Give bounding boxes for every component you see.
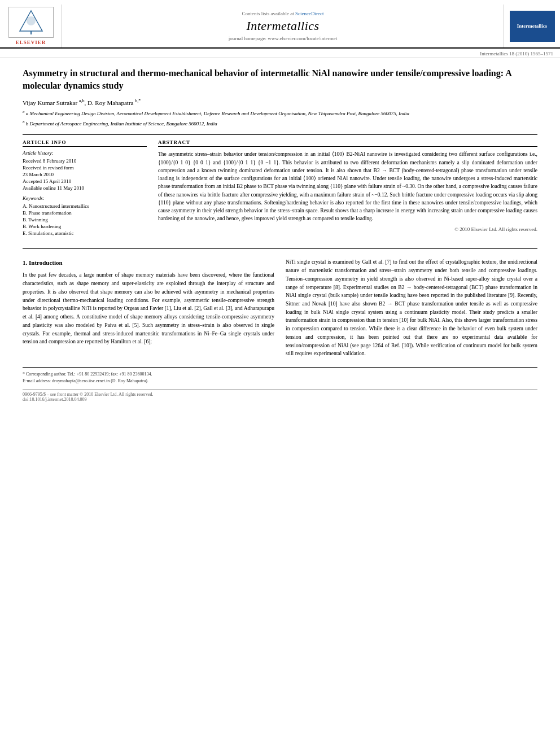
doi-line: doi:10.1016/j.intermet.2010.04.009 <box>23 397 537 402</box>
authors-line: Vijay Kumar Sutrakar a,b, D. Roy Mahapat… <box>23 98 537 106</box>
history-group: Article history: Received 8 February 201… <box>23 150 147 191</box>
accepted-date: Accepted 15 April 2010 <box>23 178 147 184</box>
journal-center-area: Contents lists available at ScienceDirec… <box>62 5 504 47</box>
elsevier-logo-area: ELSEVIER <box>0 5 62 47</box>
body-col2-text: NiTi single crystal is examined by Gall … <box>286 258 537 358</box>
journal-header: ELSEVIER Contents lists available at Sci… <box>0 0 560 49</box>
elsevier-wordmark: ELSEVIER <box>16 40 46 45</box>
body-col-left: 1. Introduction In the past few decades,… <box>23 258 274 358</box>
body-col-right: NiTi single crystal is examined by Gall … <box>286 258 537 358</box>
copyright-line: © 2010 Elsevier Ltd. All rights reserved… <box>158 226 537 232</box>
footer-bar: 0966-9795/$ – see front matter © 2010 El… <box>23 389 537 402</box>
keywords-group: Keywords: A. Nanostructured intermetalli… <box>23 195 147 236</box>
elsevier-logo-box <box>8 7 54 38</box>
footer-notes: * Corresponding author. Tel.: +91 80 229… <box>23 371 537 385</box>
footer-area: * Corresponding author. Tel.: +91 80 229… <box>23 367 537 402</box>
keyword-4: B. Work hardening <box>23 224 147 229</box>
sciencedirect-link[interactable]: ScienceDirect <box>295 11 323 16</box>
svg-point-3 <box>27 16 36 25</box>
keyword-3: B. Twinning <box>23 217 147 222</box>
keywords-label: Keywords: <box>23 195 147 201</box>
issn-line: 0966-9795/$ – see front matter © 2010 El… <box>23 392 537 397</box>
affiliations: a a Mechanical Engineering Design Divisi… <box>23 109 537 128</box>
available-date: Available online 11 May 2010 <box>23 185 147 191</box>
abstract-heading: ABSTRACT <box>158 139 537 147</box>
article-info-heading: ARTICLE INFO <box>23 139 147 147</box>
divider-2 <box>23 248 537 249</box>
sciencedirect-line: Contents lists available at ScienceDirec… <box>242 11 324 16</box>
journal-logo-box: Intermetallics <box>510 11 555 42</box>
body-col1-text: In the past few decades, a large number … <box>23 271 274 346</box>
keyword-2: B. Phase transformation <box>23 210 147 216</box>
keyword-5: E. Simulations, atomistic <box>23 230 147 236</box>
corresponding-note: * Corresponding author. Tel.: +91 80 229… <box>23 371 537 378</box>
history-label: Article history: <box>23 150 147 156</box>
received-revised-date: 23 March 2010 <box>23 172 147 177</box>
section1-title: 1. Introduction <box>23 258 274 268</box>
paper-title: Asymmetry in structural and thermo-mecha… <box>23 67 537 93</box>
divider-1 <box>23 134 537 135</box>
received-revised-label: Received in revised form <box>23 165 147 171</box>
article-info-panel: ARTICLE INFO Article history: Received 8… <box>23 139 147 241</box>
keyword-1: A. Nanostructured intermetallics <box>23 203 147 209</box>
abstract-text: The asymmetric stress–strain behavior un… <box>158 150 537 222</box>
journal-title-main: Intermetallics <box>246 19 319 33</box>
journal-logo-right: Intermetallics <box>504 5 560 47</box>
body-section: 1. Introduction In the past few decades,… <box>23 258 537 358</box>
email-note: E-mail address: droymahapta@aero.iisc.er… <box>23 378 537 385</box>
abstract-panel: ABSTRACT The asymmetric stress–strain be… <box>158 139 537 241</box>
journal-info-bar: Intermetallics 18 (2010) 1565–1571 <box>0 49 560 58</box>
journal-homepage-text: journal homepage: www.elsevier.com/locat… <box>229 36 337 41</box>
received-date: Received 8 February 2010 <box>23 158 147 164</box>
